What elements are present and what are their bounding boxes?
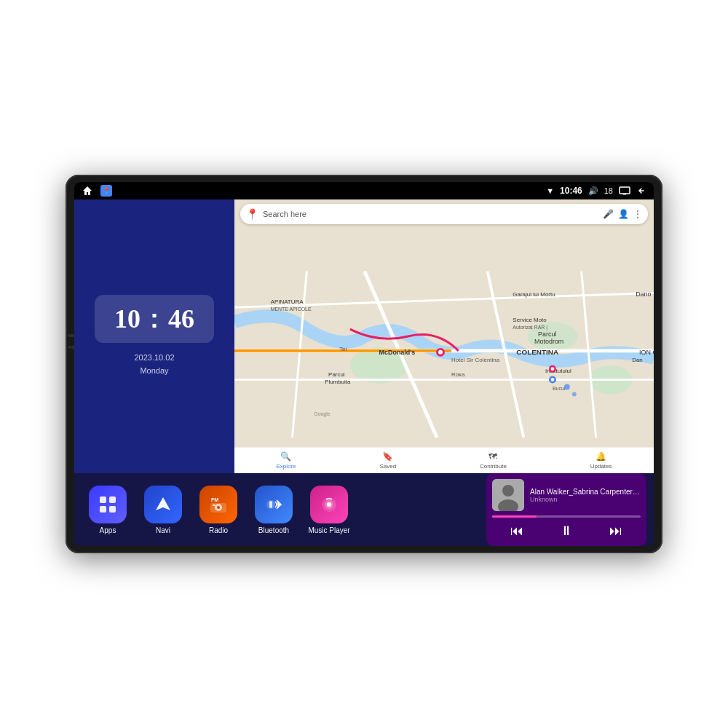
app-icon-music[interactable]: Music Player <box>303 486 355 534</box>
svg-point-34 <box>438 350 443 355</box>
screen-icon <box>619 186 630 195</box>
svg-rect-44 <box>100 506 106 513</box>
status-right: ▼ 10:46 🔊 18 <box>546 186 646 196</box>
svg-text:FM: FM <box>211 497 218 502</box>
mic-search-icon[interactable]: 🎤 <box>603 209 614 219</box>
user-search-icon[interactable]: 👤 <box>618 209 629 219</box>
map-bottom-bar: 🔍 Explore 🔖 Saved 🗺 Contribute 🔔 <box>234 447 654 473</box>
music-title: Alan Walker_Sabrina Carpenter_F... <box>530 488 641 496</box>
svg-rect-0 <box>620 187 630 194</box>
music-progress-bar[interactable] <box>492 515 641 518</box>
app-icon-bluetooth[interactable]: Bluetooth <box>248 486 300 534</box>
svg-rect-2 <box>234 235 654 438</box>
clock-colon: : <box>150 304 159 334</box>
bottom-row: Apps Navi <box>74 473 654 546</box>
google-maps-icon: 📍 <box>246 208 258 220</box>
music-thumbnail <box>492 479 524 511</box>
battery-level: 18 <box>604 186 613 195</box>
music-progress-fill <box>492 515 537 518</box>
svg-text:Google: Google <box>314 411 331 417</box>
top-row: 10 : 46 2023.10.02 Monday <box>74 199 654 473</box>
svg-rect-50 <box>213 505 215 506</box>
map-tab-explore[interactable]: 🔍 Explore <box>276 451 296 470</box>
music-top: Alan Walker_Sabrina Carpenter_F... Unkno… <box>492 479 641 511</box>
map-tab-contribute[interactable]: 🗺 Contribute <box>480 451 507 470</box>
music-artist: Unknown <box>530 496 641 503</box>
svg-point-54 <box>327 502 331 507</box>
svg-text:Dan: Dan <box>632 357 643 363</box>
music-play-button[interactable]: ⏸ <box>554 522 579 540</box>
signal-icon: ▼ <box>546 186 554 195</box>
apps-label: Apps <box>100 526 116 534</box>
svg-point-40 <box>572 392 577 396</box>
app-icons-area: Apps Navi <box>82 486 482 534</box>
app-icon-radio[interactable]: FM Radio <box>192 486 245 534</box>
navi-icon-img <box>144 486 182 523</box>
svg-text:Garajul lui Mortu: Garajul lui Mortu <box>513 291 555 298</box>
svg-text:Parcul: Parcul <box>328 371 345 378</box>
svg-text:Service Moto: Service Moto <box>513 317 547 323</box>
svg-point-36 <box>550 367 554 371</box>
svg-text:Autorizat RAR |: Autorizat RAR | <box>513 325 547 331</box>
music-next-button[interactable]: ⏭ <box>604 522 628 540</box>
svg-rect-1 <box>623 194 626 195</box>
svg-text:ION C: ION C <box>639 349 654 356</box>
volume-icon: 🔊 <box>588 186 598 196</box>
map-area[interactable]: APINATURA MENTE APICOLE Garajul lui Mort… <box>234 199 654 473</box>
music-player: Alan Walker_Sabrina Carpenter_F... Unkno… <box>486 473 646 546</box>
svg-point-38 <box>550 378 554 381</box>
svg-text:Plumbuita: Plumbuita <box>325 379 351 385</box>
svg-text:Hotel Sir Colentina: Hotel Sir Colentina <box>451 357 500 363</box>
svg-text:MENTE APICOLE: MENTE APICOLE <box>271 306 312 312</box>
navi-label: Navi <box>156 526 170 534</box>
home-icon[interactable] <box>82 185 93 197</box>
map-search-icons: 🎤 👤 ⋮ <box>603 209 642 219</box>
svg-text:APINATURA: APINATURA <box>271 298 304 305</box>
music-prev-button[interactable]: ⏮ <box>505 522 529 540</box>
maps-icon[interactable]: 📍 <box>100 185 112 197</box>
clock-widget: 10 : 46 2023.10.02 Monday <box>74 199 234 473</box>
map-search-bar[interactable]: 📍 Search here 🎤 👤 ⋮ <box>240 204 648 224</box>
screen: 📍 ▼ 10:46 🔊 18 <box>74 182 654 546</box>
svg-text:Roka: Roka <box>451 371 465 378</box>
map-tab-saved[interactable]: 🔖 Saved <box>379 451 396 470</box>
apps-icon-img <box>89 486 127 523</box>
map-search-text: Search here <box>263 210 598 218</box>
svg-text:McDonald's: McDonald's <box>379 349 416 356</box>
music-icon-img <box>310 486 348 523</box>
music-controls: ⏮ ⏸ ⏭ <box>492 522 641 540</box>
svg-point-39 <box>564 384 570 390</box>
bluetooth-label: Bluetooth <box>258 526 289 534</box>
svg-text:Motodrom: Motodrom <box>534 338 563 345</box>
clock-date: 2023.10.02 Monday <box>134 352 174 377</box>
svg-text:Parcul: Parcul <box>538 331 556 338</box>
map-tab-updates[interactable]: 🔔 Updates <box>590 451 612 470</box>
map-svg: APINATURA MENTE APICOLE Garajul lui Mort… <box>234 199 654 473</box>
svg-point-49 <box>217 506 220 509</box>
status-bar: 📍 ▼ 10:46 🔊 18 <box>74 182 654 199</box>
clock-minute: 46 <box>163 304 199 334</box>
svg-text:Dano: Dano <box>636 290 651 298</box>
radio-icon-img: FM <box>199 486 237 523</box>
status-left: 📍 <box>82 185 112 197</box>
clock-hour: 10 <box>109 304 146 334</box>
clock-display: 10 : 46 <box>95 295 214 343</box>
music-label: Music Player <box>308 526 349 534</box>
svg-rect-42 <box>100 496 106 503</box>
app-icon-navi[interactable]: Navi <box>137 486 189 534</box>
radio-label: Radio <box>209 526 228 534</box>
svg-rect-45 <box>109 506 116 513</box>
app-icon-apps[interactable]: Apps <box>82 486 134 534</box>
grid-search-icon[interactable]: ⋮ <box>633 209 642 219</box>
svg-rect-43 <box>109 496 116 503</box>
status-time: 10:46 <box>560 186 582 196</box>
bluetooth-icon-img <box>255 486 293 523</box>
music-info: Alan Walker_Sabrina Carpenter_F... Unkno… <box>530 488 641 503</box>
back-icon[interactable] <box>636 186 646 196</box>
svg-point-56 <box>502 485 514 496</box>
svg-text:Tei: Tei <box>339 346 347 352</box>
main-content: 10 : 46 2023.10.02 Monday <box>74 199 654 546</box>
device-shell: MIC RST 📍 ▼ 10:46 🔊 18 <box>66 175 662 553</box>
svg-text:COLENTINA: COLENTINA <box>516 348 558 356</box>
